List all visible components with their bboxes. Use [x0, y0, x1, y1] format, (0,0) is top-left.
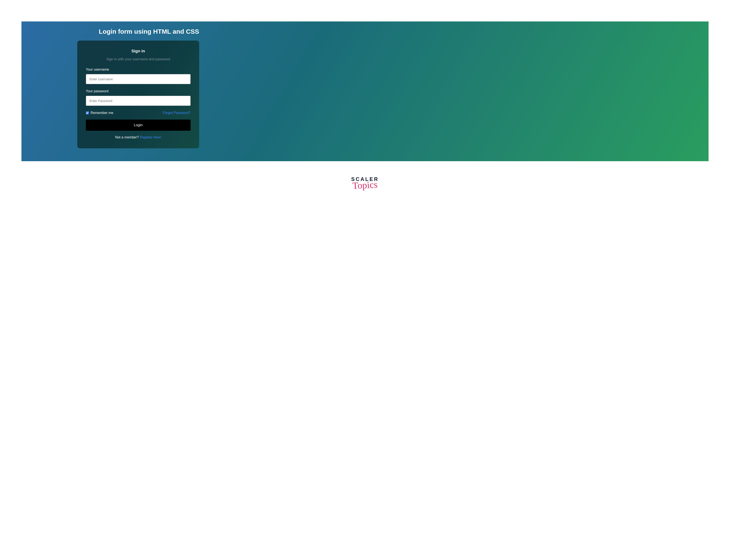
page-title: Login form using HTML and CSS: [88, 28, 210, 35]
logo-topics-text: Topics: [352, 180, 378, 191]
login-button[interactable]: Login: [86, 120, 191, 131]
signin-subtitle: Sign in with your username and password: [86, 57, 191, 61]
remember-me-wrap: Remember me: [86, 111, 113, 115]
username-input[interactable]: [86, 74, 191, 84]
password-input[interactable]: [86, 96, 191, 106]
register-line: Not a member? Register here!: [86, 135, 191, 139]
forgot-password-link[interactable]: Forgot Password?: [163, 111, 191, 115]
footer-logo: SCALER Topics: [21, 176, 709, 190]
register-link[interactable]: Register here!: [140, 135, 161, 139]
username-label: Your username: [86, 68, 191, 71]
remember-me-label: Remember me: [91, 111, 113, 115]
login-card: Sign in Sign in with your username and p…: [77, 41, 199, 148]
options-row: Remember me Forgot Password?: [86, 111, 191, 115]
logo-topics-wrap: Topics: [352, 181, 378, 190]
register-text: Not a member?: [115, 135, 140, 139]
password-label: Your password: [86, 89, 191, 93]
login-page-container: Login form using HTML and CSS Sign in Si…: [21, 21, 709, 161]
remember-me-checkbox[interactable]: [86, 111, 89, 114]
signin-heading: Sign in: [86, 49, 191, 53]
